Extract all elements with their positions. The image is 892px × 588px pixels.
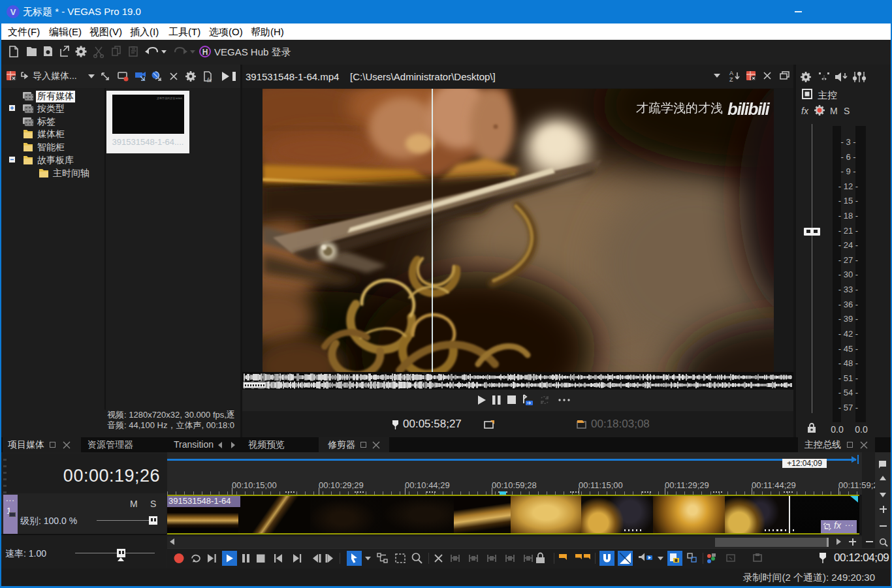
svg-text:A: A [729,70,733,76]
svg-text:fx: fx [801,106,809,116]
svg-text:Z: Z [729,76,733,83]
svg-text:bilibili: bilibili [727,99,770,119]
svg-text:fx: fx [207,77,212,84]
svg-text:M: M [830,106,838,116]
svg-text:主控: 主控 [818,89,837,101]
svg-text:S: S [844,106,850,116]
svg-text:才疏学浅的才浅: 才疏学浅的才浅 [636,101,723,115]
svg-text:H: H [202,48,208,57]
svg-text:导入媒体...: 导入媒体... [33,70,77,81]
